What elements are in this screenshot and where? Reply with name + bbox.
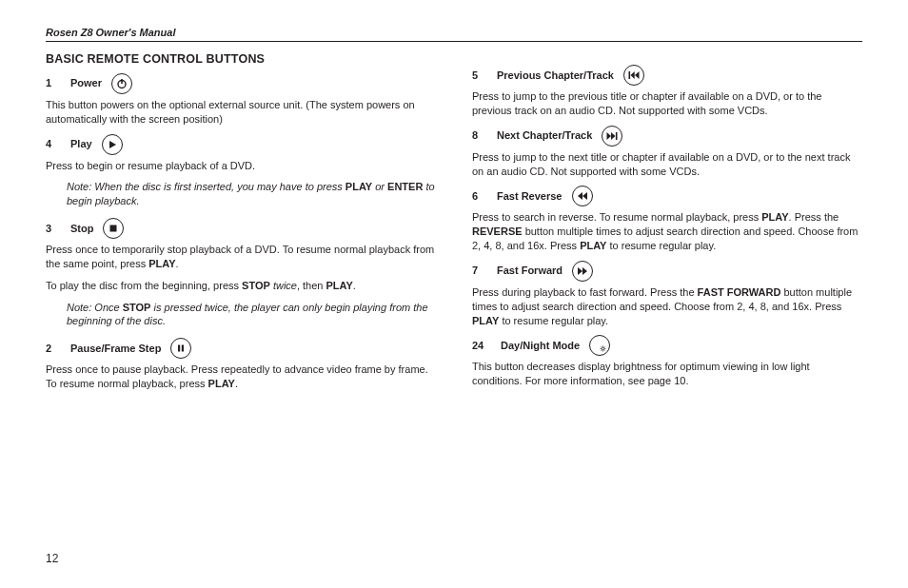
skip-previous-icon [623,65,644,86]
power-icon [111,73,132,94]
item-play-label: Play [70,137,92,151]
item-prev-head: 5 Previous Chapter/Track [472,65,862,86]
item-play-desc: Press to begin or resume playback of a D… [46,159,436,173]
svg-marker-8 [635,71,640,79]
item-play-head: 4 Play [46,134,436,155]
bold: PLAY [208,378,235,389]
svg-marker-12 [578,192,582,200]
text: to resume regular play. [606,240,716,251]
play-icon [102,134,123,155]
day-night-icon [589,335,610,356]
item-daynight-desc: This button decreases display brightness… [472,360,862,388]
manual-page: Rosen Z8 Owner's Manual BASIC REMOTE CON… [0,0,908,588]
item-power-desc: This button powers on the optional exter… [46,98,436,127]
bold: PLAY [472,315,499,326]
svg-marker-13 [582,192,587,200]
page-number: 12 [46,552,58,565]
bold: FAST FORWARD [698,286,781,298]
note-bold: STOP [123,302,151,313]
text: . [353,280,356,291]
item-prev-label: Previous Chapter/Track [497,69,614,83]
note-text: Note: Once [67,302,123,313]
manual-header-title: Rosen Z8 Owner's Manual [46,27,862,42]
svg-rect-11 [616,132,618,140]
item-stop-desc2: To play the disc from the beginning, pre… [46,279,436,293]
item-frev-head: 6 Fast Reverse [472,186,862,206]
stop-icon [103,218,124,239]
section-heading: BASIC REMOTE CONTROL BUTTONS [46,51,436,68]
svg-marker-10 [611,132,616,140]
svg-marker-7 [630,71,634,79]
item-power-num: 1 [46,76,61,90]
item-ffwd-num: 7 [472,264,487,278]
item-stop-desc1: Press once to temporarily stop playback … [46,243,436,271]
svg-rect-5 [182,345,184,352]
item-next-label: Next Chapter/Track [497,128,592,143]
svg-rect-4 [178,345,180,352]
right-column: 5 Previous Chapter/Track Press to jump t… [472,51,862,399]
text: Press once to temporarily stop playback … [46,244,434,269]
text: to resume regular play. [499,315,608,326]
bold: REVERSE [472,225,523,237]
item-stop-label: Stop [70,222,93,236]
item-pause-label: Pause/Frame Step [70,342,161,356]
bold: STOP [242,280,270,291]
item-next-num: 8 [472,128,487,143]
item-daynight-label: Day/Night Mode [501,339,580,353]
item-pause-desc: Press once to pause playback. Press repe… [46,363,436,391]
pause-icon [170,338,191,359]
note-bold: ENTER [387,181,423,192]
item-next-desc: Press to jump to the next title or chapt… [472,150,862,179]
svg-rect-3 [110,225,117,232]
note-text: or [372,181,387,192]
item-pause-num: 2 [46,342,61,356]
svg-marker-9 [607,132,612,140]
text: . [235,378,238,389]
item-frev-label: Fast Reverse [497,189,563,204]
bold: PLAY [148,258,175,269]
skip-next-icon [602,126,622,147]
text: Press during playback to fast forward. P… [472,286,698,298]
fast-forward-icon [572,261,593,282]
left-column: BASIC REMOTE CONTROL BUTTONS 1 Power Thi… [46,51,436,399]
item-play-note: Note: When the disc is first inserted, y… [67,180,436,208]
text: Press to search in reverse. To resume no… [472,211,761,223]
note-bold: PLAY [345,181,372,192]
item-stop-num: 3 [46,222,61,236]
italic: twice [270,280,297,291]
svg-marker-15 [582,267,587,275]
item-stop-head: 3 Stop [46,218,436,239]
text: To play the disc from the beginning, pre… [46,280,242,291]
item-next-head: 8 Next Chapter/Track [472,126,862,147]
svg-line-21 [601,346,602,347]
item-ffwd-desc: Press during playback to fast forward. P… [472,285,862,328]
bold: PLAY [580,240,606,251]
svg-marker-14 [578,267,582,275]
fast-reverse-icon [572,186,593,206]
item-power-label: Power [70,76,102,90]
item-frev-desc: Press to search in reverse. To resume no… [472,210,862,253]
bold: PLAY [326,280,353,291]
item-ffwd-label: Fast Forward [497,264,563,278]
svg-point-16 [602,347,604,350]
text: . Press the [789,211,839,223]
item-frev-num: 6 [472,189,487,204]
item-daynight-num: 24 [472,339,491,353]
svg-line-24 [603,346,604,347]
bold: PLAY [761,211,788,223]
svg-marker-2 [109,141,116,148]
item-power-head: 1 Power [46,73,436,94]
svg-rect-6 [628,71,630,79]
svg-line-23 [601,350,602,351]
item-daynight-head: 24 Day/Night Mode [472,335,862,356]
item-pause-head: 2 Pause/Frame Step [46,338,436,359]
item-prev-desc: Press to jump to the previous title or c… [472,89,862,118]
svg-line-22 [603,350,604,351]
item-prev-num: 5 [472,69,487,83]
content-columns: BASIC REMOTE CONTROL BUTTONS 1 Power Thi… [46,51,862,399]
item-ffwd-head: 7 Fast Forward [472,261,862,282]
note-text: Note: When the disc is first inserted, y… [67,181,345,192]
text: . [176,258,179,269]
item-stop-note: Note: Once STOP is pressed twice, the pl… [67,301,436,329]
item-play-num: 4 [46,137,61,151]
